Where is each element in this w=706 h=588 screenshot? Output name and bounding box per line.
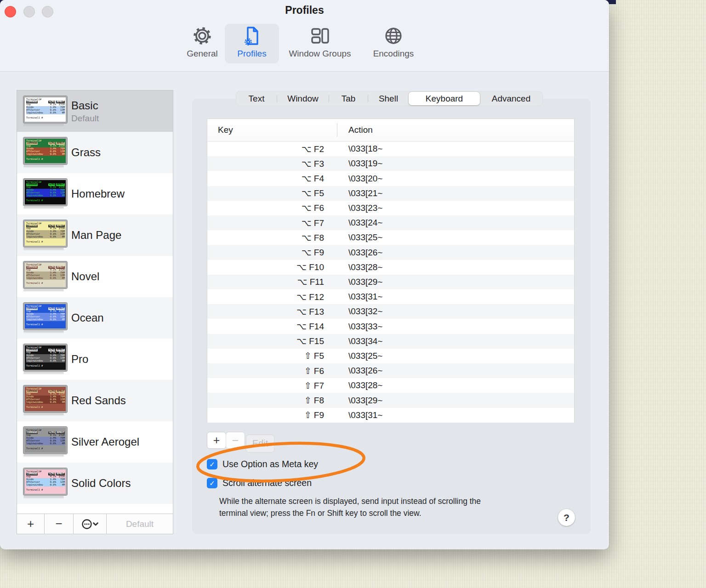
table-row[interactable]: ⌥ F15 \033[34~ (207, 334, 574, 349)
profile-name: Pro (71, 353, 88, 366)
add-profile-button[interactable]: + (17, 514, 45, 534)
toolbar-label: General (187, 49, 218, 59)
action-cell: \033[24~ (337, 218, 383, 228)
action-cell: \033[19~ (337, 158, 383, 169)
column-header-key[interactable]: Key (207, 125, 337, 135)
plus-icon: + (213, 434, 220, 447)
key-cell: ⌥ F6 (207, 203, 337, 213)
remove-profile-button[interactable]: − (45, 514, 74, 534)
use-option-as-meta-checkbox[interactable]: ✓ (207, 459, 217, 469)
minus-icon: − (232, 434, 239, 447)
table-row[interactable]: ⌥ F7 \033[24~ (207, 215, 574, 230)
set-default-button[interactable]: Default (107, 514, 173, 534)
profile-list-item[interactable]: Terminal1# COMMAND%CPURPRVT top4.1%231KX… (17, 380, 173, 421)
key-cell: ⌥ F11 (207, 277, 337, 287)
profile-name: Ocean (71, 311, 104, 324)
table-header: Key Action (207, 119, 574, 141)
tab-window[interactable]: Window (277, 91, 329, 106)
profile-list-item[interactable]: Terminal1# COMMAND%CPURPRVT top4.1%231KX… (17, 421, 173, 463)
action-cell: \033[28~ (337, 262, 383, 272)
remove-key-button[interactable]: − (226, 432, 245, 449)
toolbar-label: Encodings (373, 49, 414, 59)
tab-text[interactable]: Text (236, 91, 277, 106)
profile-list-item[interactable]: Terminal1# COMMAND%CPURPRVT top4.1%231KX… (17, 173, 173, 215)
tab-shell[interactable]: Shell (368, 91, 409, 106)
checkbox-label: Scroll alternate screen (222, 478, 312, 488)
tab-keyboard[interactable]: Keyboard (409, 92, 480, 105)
toolbar-item-general[interactable]: General (175, 24, 230, 65)
key-cell: ⌥ F3 (207, 158, 337, 169)
checkmark-icon: ✓ (209, 479, 215, 487)
profile-thumbnail: Terminal1# COMMAND%CPURPRVT top4.1%231KX… (23, 261, 66, 292)
profile-name: Man Page (71, 229, 121, 242)
profile-name: Grass (71, 146, 101, 159)
table-row[interactable]: ⇧ F9 \033[31~ (207, 408, 574, 423)
key-cell: ⇧ F6 (207, 366, 337, 376)
profile-thumbnail: Terminal1# COMMAND%CPURPRVT top4.1%231KX… (23, 385, 66, 416)
table-row[interactable]: ⌥ F12 \033[31~ (207, 289, 574, 304)
table-row[interactable]: ⌥ F11 \033[29~ (207, 275, 574, 289)
table-row[interactable]: ⌥ F13 \033[32~ (207, 304, 574, 319)
toolbar-item-window-groups[interactable]: Window Groups (283, 24, 357, 65)
profile-list-item[interactable]: Terminal1# COMMAND%CPURPRVT top4.1%231KX… (17, 90, 173, 132)
terminal-preferences-window: Profiles General (0, 0, 609, 549)
table-row[interactable]: ⌥ F4 \033[20~ (207, 171, 574, 186)
action-cell: \033[25~ (337, 351, 383, 361)
table-row[interactable]: ⇧ F8 \033[29~ (207, 393, 574, 407)
toolbar-item-profiles[interactable]: Profiles (225, 24, 279, 63)
key-cell: ⇧ F8 (207, 395, 337, 406)
profile-name: Novel (71, 270, 99, 283)
thumbnail-shadow (23, 165, 64, 168)
table-row[interactable]: ⇧ F7 \033[28~ (207, 378, 574, 393)
checkmark-icon: ✓ (209, 460, 215, 469)
key-cell: ⇧ F9 (207, 410, 337, 420)
profile-name: Solid Colors (71, 477, 131, 490)
column-header-action[interactable]: Action (337, 125, 373, 135)
key-cell: ⌥ F14 (207, 321, 337, 332)
tab-tab[interactable]: Tab (329, 91, 368, 106)
minus-icon: − (55, 517, 62, 531)
thumbnail-shadow (23, 331, 64, 334)
table-row[interactable]: ⌥ F8 \033[25~ (207, 230, 574, 245)
table-row[interactable]: ⌥ F14 \033[33~ (207, 319, 574, 334)
desktop: Profiles General (0, 0, 706, 588)
profile-list-item[interactable]: Terminal1# COMMAND%CPURPRVT top4.1%231KX… (17, 463, 173, 504)
edit-key-button[interactable]: Edit (246, 435, 274, 452)
thumbnail-shadow (23, 289, 64, 292)
profile-thumbnail: Terminal1# COMMAND%CPURPRVT top4.1%231KX… (23, 344, 66, 375)
action-cell: \033[33~ (337, 322, 383, 332)
table-row[interactable]: ⌥ F6 \033[23~ (207, 201, 574, 215)
action-cell: \033[21~ (337, 188, 383, 198)
table-row[interactable]: ⇧ F6 \033[26~ (207, 363, 574, 378)
table-row[interactable]: ⌥ F10 \033[28~ (207, 260, 574, 275)
profile-default-badge: Default (71, 113, 99, 124)
table-row[interactable]: ⌥ F2 \033[18~ (207, 141, 574, 156)
tab-advanced[interactable]: Advanced (480, 91, 542, 106)
thumbnail-shadow (23, 496, 64, 499)
profile-thumbnail: Terminal1# COMMAND%CPURPRVT top4.1%231KX… (23, 468, 66, 499)
profile-more-options-button[interactable] (74, 514, 107, 534)
key-cell: ⌥ F4 (207, 173, 337, 184)
profile-list-item[interactable]: Terminal1# COMMAND%CPURPRVT top4.1%231KX… (17, 256, 173, 297)
scroll-alternate-screen-checkbox[interactable]: ✓ (207, 478, 217, 488)
toolbar-item-encodings[interactable]: Encodings (361, 24, 426, 65)
profile-thumbnail: Terminal1# COMMAND%CPURPRVT top4.1%231KX… (23, 427, 66, 458)
action-cell: \033[26~ (337, 366, 383, 376)
profile-list-item[interactable]: Terminal1# COMMAND%CPURPRVT top4.1%231KX… (17, 132, 173, 173)
table-row[interactable]: ⌥ F5 \033[21~ (207, 186, 574, 201)
profile-list-item[interactable]: Terminal1# COMMAND%CPURPRVT top4.1%231KX… (17, 339, 173, 380)
action-cell: \033[34~ (337, 336, 383, 346)
profile-list-item[interactable]: Terminal1# COMMAND%CPURPRVT top4.1%231KX… (17, 215, 173, 256)
table-row[interactable]: ⌥ F3 \033[19~ (207, 156, 574, 171)
globe-icon (382, 24, 404, 48)
thumbnail-shadow (23, 248, 64, 251)
thumbnail-shadow (23, 413, 64, 416)
help-button[interactable]: ? (558, 509, 575, 526)
profile-list-item[interactable]: Terminal1# COMMAND%CPURPRVT top4.1%231KX… (17, 297, 173, 339)
table-row[interactable]: ⌥ F9 \033[26~ (207, 245, 574, 260)
profile-thumbnail: Terminal1# COMMAND%CPURPRVT top4.1%231KX… (23, 220, 66, 251)
window-header: Profiles General (0, 0, 609, 72)
profile-thumbnail: Terminal1# COMMAND%CPURPRVT top4.1%231KX… (23, 137, 66, 168)
table-row[interactable]: ⇧ F5 \033[25~ (207, 349, 574, 363)
add-key-button[interactable]: + (207, 432, 226, 449)
